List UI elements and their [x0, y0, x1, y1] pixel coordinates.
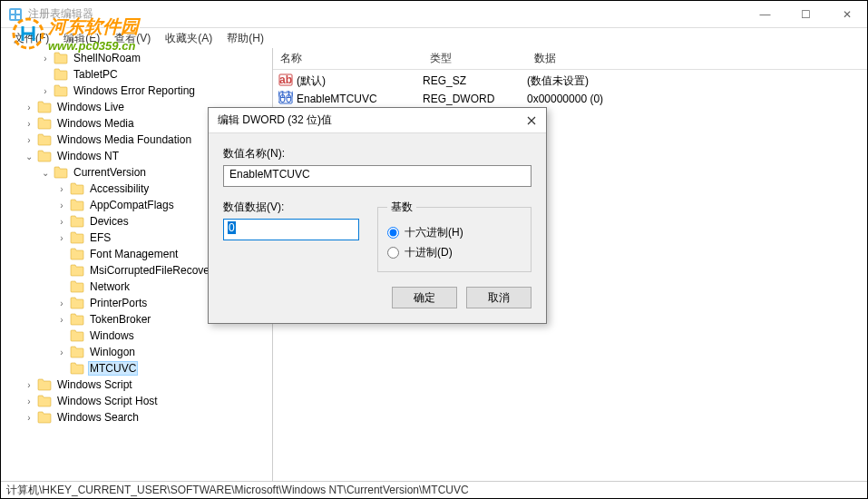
- tree-label[interactable]: Winlogon: [88, 346, 137, 358]
- value-type: REG_SZ: [423, 74, 527, 87]
- tree-label[interactable]: Windows Media: [55, 117, 136, 130]
- maximize-button[interactable]: ☐: [785, 1, 826, 28]
- base-legend: 基数: [387, 200, 416, 215]
- ok-button[interactable]: 确定: [392, 287, 457, 308]
- tree-label[interactable]: TabletPC: [72, 68, 120, 81]
- radio-hex-input[interactable]: [387, 227, 399, 239]
- tree-toggle-icon[interactable]: ›: [55, 215, 68, 228]
- tree-toggle-icon[interactable]: ›: [23, 133, 35, 146]
- dialog-close-button[interactable]: [522, 112, 541, 130]
- svg-text:ab: ab: [279, 73, 292, 86]
- tree-label[interactable]: CurrentVersion: [72, 166, 148, 179]
- radio-dec-input[interactable]: [387, 247, 399, 259]
- svg-rect-4: [11, 15, 15, 19]
- value-data-label: 数值数据(V):: [223, 200, 363, 215]
- app-icon: [8, 7, 23, 22]
- tree-label[interactable]: EFS: [88, 231, 112, 244]
- tree-toggle-icon[interactable]: ›: [23, 395, 35, 407]
- tree-toggle-icon[interactable]: ⌄: [39, 166, 52, 179]
- tree-toggle-icon[interactable]: ›: [55, 231, 68, 244]
- list-row[interactable]: 01101001EnableMTCUVCREG_DWORD0x00000000 …: [273, 90, 867, 108]
- tree-toggle-icon[interactable]: ›: [55, 199, 68, 211]
- list-row[interactable]: ab(默认)REG_SZ(数值未设置): [273, 72, 867, 90]
- cancel-button[interactable]: 取消: [466, 287, 532, 308]
- list-header: 名称 类型 数据: [273, 48, 867, 70]
- tree-toggle-icon[interactable]: ›: [55, 297, 68, 309]
- tree-item[interactable]: Windows: [1, 328, 272, 344]
- menu-file[interactable]: 文件(F): [6, 29, 56, 48]
- tree-label[interactable]: Windows Search: [55, 411, 141, 424]
- radio-hex[interactable]: 十六进制(H): [387, 222, 522, 242]
- svg-rect-2: [11, 10, 15, 14]
- svg-text:1001: 1001: [278, 93, 293, 105]
- tree-toggle-icon[interactable]: ›: [39, 84, 52, 97]
- tree-item[interactable]: ›ShellNoRoam: [1, 50, 272, 66]
- tree-item[interactable]: ›Windows Error Reporting: [1, 83, 272, 99]
- value-icon: ab: [273, 73, 297, 90]
- minimize-button[interactable]: —: [745, 1, 785, 28]
- tree-toggle-icon[interactable]: ⌄: [23, 150, 35, 162]
- tree-label[interactable]: Windows Media Foundation: [55, 133, 193, 146]
- col-type[interactable]: 类型: [423, 51, 527, 66]
- base-fieldset: 基数 十六进制(H) 十进制(D): [377, 200, 532, 272]
- tree-toggle-icon[interactable]: ›: [23, 411, 35, 424]
- tree-label[interactable]: MTCUVC: [88, 361, 138, 376]
- tree-toggle-icon[interactable]: ›: [55, 346, 68, 358]
- close-button[interactable]: ✕: [826, 1, 867, 28]
- tree-label[interactable]: Windows Error Reporting: [72, 84, 197, 97]
- menu-view[interactable]: 查看(V): [107, 29, 158, 48]
- col-data[interactable]: 数据: [527, 51, 867, 66]
- window-title: 注册表编辑器: [28, 6, 93, 22]
- tree-label[interactable]: Windows Script Host: [55, 395, 160, 407]
- menubar: 文件(F) 编辑(E) 查看(V) 收藏夹(A) 帮助(H): [1, 28, 867, 48]
- tree-toggle-icon[interactable]: ›: [23, 378, 35, 391]
- value-icon: 01101001: [273, 91, 297, 108]
- value-name: EnableMTCUVC: [297, 93, 423, 105]
- svg-rect-3: [16, 10, 20, 14]
- dialog-titlebar: 编辑 DWORD (32 位)值: [209, 108, 546, 133]
- value-data-input[interactable]: 0: [223, 219, 359, 240]
- tree-label[interactable]: Windows NT: [55, 150, 121, 162]
- tree-label[interactable]: Windows Script: [55, 378, 134, 391]
- value-data: (数值未设置): [527, 73, 867, 89]
- tree-toggle-icon[interactable]: ›: [23, 101, 35, 113]
- tree-label[interactable]: MsiCorruptedFileRecovery: [88, 264, 220, 277]
- tree-item[interactable]: ›Windows Script Host: [1, 393, 272, 409]
- close-icon: [527, 116, 536, 125]
- edit-dword-dialog: 编辑 DWORD (32 位)值 数值名称(N): EnableMTCUVC 数…: [208, 107, 547, 324]
- value-name-field[interactable]: EnableMTCUVC: [223, 165, 532, 187]
- tree-label[interactable]: ShellNoRoam: [72, 52, 142, 64]
- dialog-title: 编辑 DWORD (32 位)值: [218, 113, 332, 128]
- value-data: 0x00000000 (0): [527, 93, 867, 105]
- titlebar: 注册表编辑器 — ☐ ✕: [1, 1, 867, 28]
- tree-toggle-icon[interactable]: ›: [55, 182, 68, 195]
- tree-toggle-icon[interactable]: ›: [55, 313, 68, 326]
- tree-item[interactable]: ›Winlogon: [1, 344, 272, 360]
- tree-item[interactable]: ›Windows Search: [1, 409, 272, 426]
- status-bar: 计算机\HKEY_CURRENT_USER\SOFTWARE\Microsoft…: [1, 481, 867, 499]
- tree-label[interactable]: Windows Live: [55, 101, 126, 113]
- tree-label[interactable]: Accessibility: [88, 182, 151, 195]
- radio-dec[interactable]: 十进制(D): [387, 242, 522, 262]
- tree-label[interactable]: PrinterPorts: [88, 297, 149, 309]
- tree-toggle-icon[interactable]: ›: [23, 117, 35, 130]
- tree-item[interactable]: TabletPC: [1, 66, 272, 83]
- col-name[interactable]: 名称: [273, 51, 423, 66]
- tree-label[interactable]: Network: [88, 280, 132, 293]
- svg-rect-5: [16, 15, 20, 19]
- tree-item[interactable]: MTCUVC: [1, 360, 272, 377]
- value-name: (默认): [297, 73, 423, 89]
- tree-label[interactable]: Windows: [88, 329, 136, 342]
- tree-toggle-icon[interactable]: ›: [39, 52, 52, 64]
- menu-favorites[interactable]: 收藏夹(A): [158, 29, 219, 48]
- menu-help[interactable]: 帮助(H): [219, 29, 271, 48]
- value-type: REG_DWORD: [423, 93, 527, 105]
- value-name-label: 数值名称(N):: [223, 146, 532, 161]
- tree-label[interactable]: AppCompatFlags: [88, 199, 176, 211]
- tree-label[interactable]: Devices: [88, 215, 131, 228]
- tree-label[interactable]: Font Management: [88, 248, 180, 260]
- tree-item[interactable]: ›Windows Script: [1, 377, 272, 393]
- tree-label[interactable]: TokenBroker: [88, 313, 152, 326]
- menu-edit[interactable]: 编辑(E): [56, 29, 107, 48]
